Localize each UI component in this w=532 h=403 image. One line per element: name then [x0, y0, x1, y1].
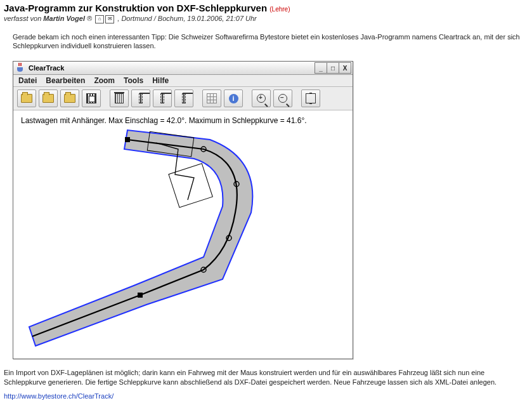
- folder-icon: [42, 94, 54, 103]
- post-category-tag[interactable]: (Lehre): [269, 6, 290, 13]
- post-body-2: Ein Import von DXF-Lageplänen ist möglic…: [4, 368, 528, 387]
- fit-icon: [306, 93, 316, 103]
- menu-tools[interactable]: Tools: [124, 76, 143, 85]
- post-title: Java-Programm zur Konstruktion von DXF-S…: [4, 3, 528, 13]
- post-body-1: Gerade bekam ich noch einen interessante…: [13, 32, 528, 51]
- delete-selection-button-3[interactable]: [174, 89, 193, 107]
- mail-icon[interactable]: ✉: [105, 15, 114, 23]
- folder-icon: [21, 94, 32, 103]
- trash-icon: [115, 93, 124, 103]
- toolbar: i + −: [13, 87, 353, 110]
- author-badge: ®: [87, 15, 92, 22]
- drawing-canvas[interactable]: Lastwagen mit Anhänger. Max Einschlag = …: [13, 110, 353, 359]
- byline-prefix: verfasst von: [4, 15, 43, 22]
- folder-icon: [64, 94, 75, 103]
- save-button[interactable]: [82, 89, 101, 107]
- window-title: ClearTrack: [29, 64, 315, 72]
- post-byline: verfasst von Martin Vogel ® ⌂ ✉ , Dortmu…: [4, 15, 528, 23]
- menubar: Datei Bearbeiten Zoom Tools Hilfe: [13, 75, 353, 87]
- open-button-3[interactable]: [60, 89, 79, 107]
- menu-help[interactable]: Hilfe: [152, 76, 169, 85]
- info-icon: i: [229, 94, 238, 103]
- save-icon: [86, 93, 96, 103]
- maximize-button[interactable]: □: [327, 62, 339, 74]
- info-button[interactable]: i: [224, 89, 243, 107]
- external-link[interactable]: http://www.bytestore.ch/ClearTrack/: [4, 392, 114, 400]
- zoom-out-icon: −: [278, 94, 287, 103]
- open-button-1[interactable]: [17, 89, 36, 107]
- swept-envelope: [29, 130, 252, 346]
- post-title-text: Java-Programm zur Konstruktion von DXF-S…: [4, 3, 267, 13]
- post-author[interactable]: Martin Vogel: [43, 15, 85, 22]
- delete-selection-button-1[interactable]: [131, 89, 150, 107]
- titlebar: ClearTrack _ □ X: [13, 62, 353, 75]
- close-button[interactable]: X: [339, 62, 351, 74]
- cleartrack-window: ClearTrack _ □ X Datei Bearbeiten Zoom T…: [13, 61, 353, 359]
- schleppkurve-drawing: [13, 111, 353, 359]
- dashed-trash-icon: [139, 93, 143, 103]
- menu-zoom[interactable]: Zoom: [94, 76, 115, 85]
- menu-file[interactable]: Datei: [18, 76, 37, 85]
- open-button-2[interactable]: [39, 89, 58, 107]
- java-icon: [16, 63, 26, 73]
- post-location-date: , Dortmund / Bochum, 19.01.2006, 21:07 U…: [117, 15, 257, 22]
- zoom-out-button[interactable]: −: [273, 89, 292, 107]
- svg-rect-5: [125, 137, 130, 142]
- minimize-button[interactable]: _: [315, 62, 327, 74]
- home-icon[interactable]: ⌂: [95, 15, 104, 23]
- dashed-trash-icon: [182, 93, 186, 103]
- zoom-in-button[interactable]: +: [252, 89, 271, 107]
- svg-rect-4: [138, 293, 143, 298]
- dashed-trash-icon: [160, 93, 164, 103]
- zoom-fit-button[interactable]: [301, 89, 320, 107]
- delete-selection-button-2[interactable]: [153, 89, 172, 107]
- grid-button[interactable]: [202, 89, 221, 107]
- grid-icon: [207, 93, 217, 103]
- menu-edit[interactable]: Bearbeiten: [46, 76, 85, 85]
- zoom-in-icon: +: [257, 94, 266, 103]
- delete-button[interactable]: [110, 89, 129, 107]
